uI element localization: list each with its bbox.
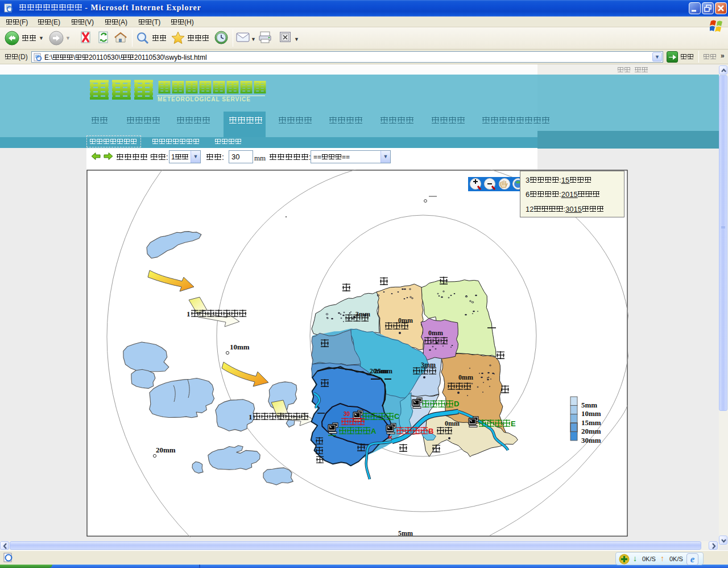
svg-text:0mm: 0mm [458,373,473,381]
svg-text:METEOROLOGICAL SERVICE: METEOROLOGICAL SERVICE [158,96,251,102]
svg-text:B: B [428,427,433,435]
svg-text:30mm: 30mm [581,436,601,444]
svg-text:0mm: 0mm [445,419,460,427]
svg-text:0mm: 0mm [428,329,443,337]
svg-text:20mm: 20mm [156,446,176,454]
svg-text:25mm: 25mm [374,367,392,375]
svg-text:20mm: 20mm [581,427,601,435]
svg-text:10mm: 10mm [581,409,601,418]
svg-text:D: D [454,400,459,408]
svg-text:5mm: 5mm [398,529,413,537]
svg-text:10mm: 10mm [230,343,250,351]
svg-text:1: 1 [249,413,253,421]
svg-text:1: 1 [187,310,191,318]
svg-text:E: E [511,419,516,428]
svg-text:A: A [371,427,377,435]
svg-text:15mm: 15mm [581,418,601,427]
svg-text:5mm: 5mm [581,401,597,409]
svg-text:30: 30 [344,411,350,417]
svg-text:C: C [394,412,400,421]
